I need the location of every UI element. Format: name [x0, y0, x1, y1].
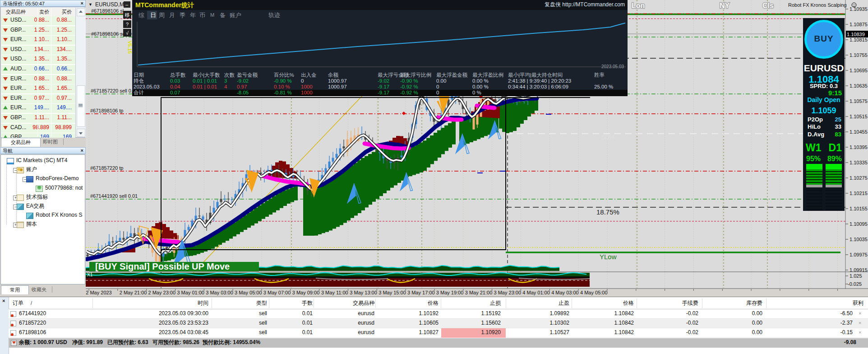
- svg-text:1.10875: 1.10875: [850, 22, 868, 27]
- svg-text:-0.025: -0.025: [848, 281, 862, 287]
- svg-text:▼: ▼: [88, 2, 92, 7]
- svg-text:3 May 13:00: 3 May 13:00: [350, 290, 377, 295]
- svg-text:3 May 19:00: 3 May 19:00: [436, 290, 464, 295]
- svg-text:?: ?: [126, 22, 129, 27]
- svg-text:1.09915: 1.09915: [850, 267, 868, 273]
- svg-text:1.09975: 1.09975: [850, 252, 868, 257]
- svg-text:1.025: 1.025: [850, 273, 862, 279]
- svg-text:1.10635: 1.10635: [850, 83, 868, 88]
- svg-text:Lon: Lon: [632, 2, 645, 9]
- svg-text:18.75%: 18.75%: [596, 208, 619, 216]
- svg-text:1.10035: 1.10035: [850, 237, 868, 242]
- svg-text:3 May 17:00: 3 May 17:00: [407, 290, 435, 295]
- svg-text:#671441920 sell 0.01: #671441920 sell 0.01: [90, 193, 138, 199]
- svg-text:2 May 2023: 2 May 2023: [86, 290, 111, 295]
- svg-text:2 May 21:00: 2 May 21:00: [120, 290, 147, 295]
- svg-text:3 May 11:00: 3 May 11:00: [321, 290, 348, 295]
- svg-text:3 May 23:00: 3 May 23:00: [494, 290, 522, 295]
- svg-text:4 May 01:00: 4 May 01:00: [522, 290, 550, 295]
- svg-text:移: 移: [125, 12, 130, 18]
- svg-text:1.10839: 1.10839: [847, 32, 865, 37]
- svg-text:1.10215: 1.10215: [850, 191, 868, 196]
- svg-text:YLow: YLow: [600, 253, 617, 261]
- svg-text:#671857220 sell 0.01: #671857220 sell 0.01: [91, 88, 138, 93]
- svg-text:Cls: Cls: [762, 2, 774, 9]
- svg-text:1.10455: 1.10455: [850, 129, 868, 135]
- svg-text:[BUY Signal] Possible UP Move: [BUY Signal] Possible UP Move: [95, 261, 230, 271]
- svg-text:#671898106 sell 0.01: #671898106 sell 0.01: [91, 31, 139, 37]
- svg-text:Robot FX Kronos Scalping: Robot FX Kronos Scalping: [788, 2, 847, 8]
- svg-text:1.10155: 1.10155: [850, 206, 868, 211]
- svg-text:3 May 01:00: 3 May 01:00: [177, 290, 204, 295]
- svg-text:1.10695: 1.10695: [850, 68, 868, 73]
- svg-text:1.10335: 1.10335: [850, 160, 868, 165]
- svg-text:1.10395: 1.10395: [850, 144, 868, 150]
- svg-text:3 May 09:00: 3 May 09:00: [292, 290, 320, 295]
- svg-text:#671898106 tp: #671898106 tp: [90, 108, 123, 113]
- svg-text:3 May 07:00: 3 May 07:00: [263, 290, 291, 295]
- svg-text:3 May 15:00: 3 May 15:00: [379, 290, 406, 295]
- svg-text:NY: NY: [720, 2, 730, 9]
- svg-text:1.10275: 1.10275: [850, 175, 868, 181]
- svg-text:2 May 23:00: 2 May 23:00: [148, 290, 176, 295]
- svg-text:50%: 50%: [601, 133, 615, 141]
- svg-text:1.10095: 1.10095: [850, 221, 868, 227]
- svg-text:1.10575: 1.10575: [850, 98, 868, 104]
- svg-text:–: –: [125, 2, 129, 7]
- svg-text:3 May 21:00: 3 May 21:00: [465, 290, 493, 295]
- svg-text:1.10935: 1.10935: [850, 6, 868, 12]
- svg-text:1.10815: 1.10815: [850, 37, 868, 42]
- svg-text:3 May 05:00: 3 May 05:00: [235, 290, 262, 295]
- svg-text:4 May 05:00: 4 May 05:00: [580, 290, 608, 295]
- svg-text:4 May 03:00: 4 May 03:00: [551, 290, 579, 295]
- svg-text:#671898106 sl: #671898106 sl: [91, 8, 124, 14]
- svg-text:√: √: [126, 30, 129, 36]
- svg-text:#671857220 tp: #671857220 tp: [90, 165, 123, 171]
- svg-text:1.10515: 1.10515: [850, 114, 868, 119]
- svg-text:X1: X1: [87, 272, 93, 277]
- svg-text:1.10755: 1.10755: [850, 52, 868, 58]
- svg-text:3 May 03:00: 3 May 03:00: [206, 290, 233, 295]
